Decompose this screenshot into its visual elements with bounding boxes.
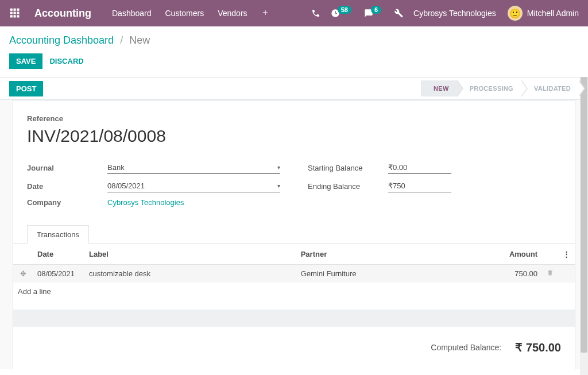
breadcrumb-sep: / xyxy=(120,34,123,46)
form-grid: Journal Bank ▾ Date 08/05/2021 ▾ Company… xyxy=(27,160,561,211)
svg-rect-0 xyxy=(10,9,13,11)
activity-badge: 58 xyxy=(338,6,351,14)
company-switcher[interactable]: Cybrosys Technologies xyxy=(413,9,496,18)
status-new[interactable]: NEW xyxy=(421,80,457,96)
row-partner[interactable]: Gemini Furniture xyxy=(296,265,490,283)
save-button[interactable]: SAVE xyxy=(9,53,42,69)
date-field[interactable]: 08/05/2021 ▾ xyxy=(107,180,280,192)
breadcrumb-root[interactable]: Accounting Dashboard xyxy=(9,34,114,46)
row-label[interactable]: customizable desk xyxy=(84,265,296,283)
starting-balance-label: Starting Balance xyxy=(308,164,388,172)
date-value: 08/05/2021 xyxy=(107,181,145,190)
svg-rect-3 xyxy=(10,12,13,14)
col-amount: Amount xyxy=(490,244,542,265)
status-processing[interactable]: PROCESSING xyxy=(457,80,521,96)
status-bar: POST NEW PROCESSING VALIDATED xyxy=(0,77,588,100)
status-validated[interactable]: VALIDATED xyxy=(521,80,579,96)
svg-rect-4 xyxy=(14,12,16,14)
journal-value: Bank xyxy=(107,163,125,172)
col-date: Date xyxy=(33,244,84,265)
row-date[interactable]: 08/05/2021 xyxy=(33,265,84,283)
app-title[interactable]: Accounting xyxy=(34,7,91,20)
menu-customers[interactable]: Customers xyxy=(165,9,204,18)
svg-rect-7 xyxy=(14,15,16,17)
discard-button[interactable]: DISCARD xyxy=(49,57,83,65)
breadcrumb-current: New xyxy=(129,34,150,46)
username: Mitchell Admin xyxy=(527,9,579,18)
row-amount[interactable]: 750.00 xyxy=(490,265,542,283)
computed-balance: Computed Balance: ₹ 750.00 xyxy=(27,327,561,365)
col-partner: Partner xyxy=(296,244,490,265)
menu-vendors[interactable]: Vendors xyxy=(218,9,247,18)
reference-value[interactable]: INV/2021/08/0008 xyxy=(27,126,561,146)
tab-transactions[interactable]: Transactions xyxy=(27,225,89,244)
svg-rect-6 xyxy=(10,15,13,17)
form-col-left: Journal Bank ▾ Date 08/05/2021 ▾ Company… xyxy=(27,160,280,211)
separator-band xyxy=(13,310,575,327)
user-menu[interactable]: 🙂 Mitchell Admin xyxy=(508,6,579,21)
trash-icon[interactable] xyxy=(542,265,558,283)
svg-rect-8 xyxy=(17,15,19,17)
notebook-tabs: Transactions xyxy=(13,225,575,244)
form-sheet: Reference INV/2021/08/0008 Journal Bank … xyxy=(13,100,575,369)
kebab-icon[interactable]: ⋮ xyxy=(558,244,575,265)
breadcrumb-bar: Accounting Dashboard / New xyxy=(0,26,588,51)
breadcrumb: Accounting Dashboard / New xyxy=(9,34,579,47)
company-link[interactable]: Cybrosys Technologies xyxy=(107,198,280,207)
table-row[interactable]: ✥ 08/05/2021 customizable desk Gemini Fu… xyxy=(13,265,575,283)
reference-label: Reference xyxy=(27,114,561,123)
computed-balance-label: Computed Balance: xyxy=(431,343,501,352)
svg-rect-5 xyxy=(17,12,19,14)
top-nav: Accounting Dashboard Customers Vendors 5… xyxy=(0,0,588,26)
discuss-icon[interactable]: 6 xyxy=(364,9,384,18)
chevron-down-icon: ▾ xyxy=(277,183,280,189)
company-label: Company xyxy=(27,198,107,207)
scrollbar-thumb[interactable] xyxy=(581,77,587,353)
chevron-down-icon: ▾ xyxy=(277,164,280,171)
transactions-table: Date Label Partner Amount ⋮ ✥ 08/05/2021… xyxy=(13,244,575,300)
ending-balance-label: Ending Balance xyxy=(308,182,388,191)
journal-label: Journal xyxy=(27,164,107,172)
computed-balance-value: ₹ 750.00 xyxy=(515,341,561,354)
form-col-right: Starting Balance Ending Balance xyxy=(308,160,561,211)
debug-icon[interactable] xyxy=(394,9,403,18)
journal-field[interactable]: Bank ▾ xyxy=(107,161,280,174)
col-label: Label xyxy=(84,244,296,265)
post-button[interactable]: POST xyxy=(9,81,43,96)
edit-buttons: SAVE DISCARD xyxy=(0,51,588,77)
svg-rect-1 xyxy=(14,9,16,11)
add-line-link[interactable]: Add a line xyxy=(13,283,575,300)
drag-handle-icon[interactable]: ✥ xyxy=(13,265,33,283)
plus-icon[interactable] xyxy=(261,7,269,20)
ending-balance-field[interactable] xyxy=(388,180,451,192)
discuss-badge: 6 xyxy=(371,6,381,14)
form-scroll: Reference INV/2021/08/0008 Journal Bank … xyxy=(0,100,588,369)
menu-dashboard[interactable]: Dashboard xyxy=(112,9,152,18)
apps-icon[interactable] xyxy=(9,7,21,19)
date-label: Date xyxy=(27,182,107,191)
activity-icon[interactable]: 58 xyxy=(331,9,354,18)
scrollbar-track[interactable] xyxy=(580,77,588,375)
starting-balance-field[interactable] xyxy=(388,161,451,174)
avatar: 🙂 xyxy=(508,6,523,21)
svg-rect-2 xyxy=(17,9,19,11)
phone-icon[interactable] xyxy=(311,9,320,18)
